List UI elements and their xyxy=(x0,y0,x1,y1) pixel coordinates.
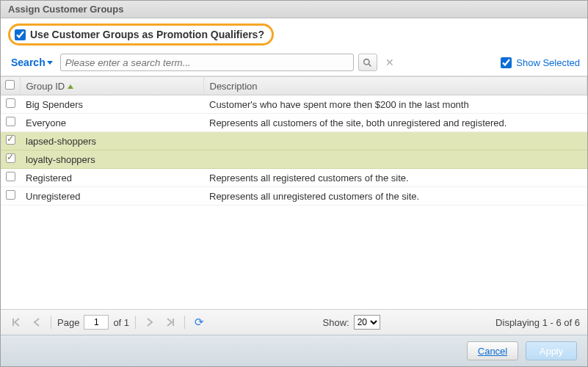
dialog-footer: Cancel Apply xyxy=(1,335,587,366)
customer-groups-table: Group ID Description Big SpendersCustome… xyxy=(1,77,587,206)
pager-prev-button[interactable] xyxy=(29,314,45,330)
column-header-group-id[interactable]: Group ID xyxy=(20,77,203,95)
checkbox-icon xyxy=(6,135,15,145)
search-icon xyxy=(363,58,372,68)
use-qualifiers-checkbox[interactable] xyxy=(15,29,26,40)
search-button-label: Search xyxy=(11,57,46,68)
row-description xyxy=(203,150,587,169)
search-go-button[interactable] xyxy=(358,54,377,71)
show-selected-label: Show Selected xyxy=(516,57,580,68)
pager-page-label: Page xyxy=(57,317,79,328)
row-group-id: Registered xyxy=(20,169,203,187)
checkbox-icon xyxy=(5,80,15,90)
row-description: Represents all customers of the site, bo… xyxy=(203,114,587,132)
search-dropdown-button[interactable]: Search xyxy=(8,55,56,70)
use-qualifiers-label: Use Customer Groups as Promotion Qualifi… xyxy=(30,29,264,40)
first-page-icon xyxy=(11,317,21,327)
pager-refresh-button[interactable]: ⟳ xyxy=(191,314,207,330)
row-group-id: lapsed-shoppers xyxy=(20,132,203,150)
row-description: Represents all unregistered customers of… xyxy=(203,187,587,206)
row-description: Customer's who have spent more then $200… xyxy=(203,95,587,114)
pager-of-label: of 1 xyxy=(113,317,129,328)
pager-page-input[interactable] xyxy=(84,315,109,330)
row-checkbox-cell[interactable] xyxy=(1,187,20,206)
pager-last-button[interactable] xyxy=(162,314,178,330)
table-header-row: Group ID Description xyxy=(1,77,587,95)
pager-page-size-select[interactable]: 20 xyxy=(354,315,380,330)
show-selected-checkbox[interactable] xyxy=(501,57,512,68)
cancel-button[interactable]: Cancel xyxy=(467,341,518,360)
refresh-icon: ⟳ xyxy=(195,316,204,329)
row-checkbox-cell[interactable] xyxy=(1,114,20,132)
table-row[interactable]: Big SpendersCustomer's who have spent mo… xyxy=(1,95,587,114)
checkbox-icon xyxy=(6,190,15,200)
pager-first-button[interactable] xyxy=(8,314,24,330)
table-container: Group ID Description Big SpendersCustome… xyxy=(1,76,587,309)
row-checkbox-cell[interactable] xyxy=(1,132,20,150)
pager-next-button[interactable] xyxy=(142,314,158,330)
pagination-toolbar: Page of 1 ⟳ Show: 20 Displaying 1 - 6 of… xyxy=(1,309,587,335)
search-input[interactable] xyxy=(60,54,354,71)
row-group-id: loyalty-shoppers xyxy=(20,150,203,169)
dialog-title: Assign Customer Groups xyxy=(1,1,587,18)
row-checkbox-cell[interactable] xyxy=(1,169,20,187)
checkbox-icon xyxy=(6,153,15,163)
row-description: Represents all registered customers of t… xyxy=(203,169,587,187)
qualifier-highlight: Use Customer Groups as Promotion Qualifi… xyxy=(8,23,274,46)
column-header-description[interactable]: Description xyxy=(203,77,587,95)
pager-show-label: Show: xyxy=(323,317,349,328)
row-checkbox-cell[interactable] xyxy=(1,150,20,169)
search-clear-button[interactable]: ✕ xyxy=(382,54,398,70)
prev-page-icon xyxy=(32,318,41,327)
table-row[interactable]: loyalty-shoppers xyxy=(1,150,587,169)
next-page-icon xyxy=(145,318,154,327)
assign-customer-groups-dialog: Assign Customer Groups Use Customer Grou… xyxy=(0,0,588,367)
row-group-id: Everyone xyxy=(20,114,203,132)
last-page-icon xyxy=(165,317,175,327)
apply-button[interactable]: Apply xyxy=(526,341,577,360)
table-row[interactable]: lapsed-shoppers xyxy=(1,132,587,150)
table-row[interactable]: RegisteredRepresents all registered cust… xyxy=(1,169,587,187)
row-description xyxy=(203,132,587,150)
row-checkbox-cell[interactable] xyxy=(1,95,20,114)
close-icon: ✕ xyxy=(385,57,394,68)
svg-line-1 xyxy=(369,64,371,66)
table-row[interactable]: EveryoneRepresents all customers of the … xyxy=(1,114,587,132)
pager-displaying-label: Displaying 1 - 6 of 6 xyxy=(496,317,580,328)
caret-down-icon xyxy=(47,61,53,65)
row-group-id: Big Spenders xyxy=(20,95,203,114)
checkbox-icon xyxy=(6,117,15,126)
table-row[interactable]: UnregisteredRepresents all unregistered … xyxy=(1,187,587,206)
show-selected-toggle[interactable]: Show Selected xyxy=(501,57,580,68)
checkbox-icon xyxy=(6,98,15,108)
row-group-id: Unregistered xyxy=(20,187,203,206)
checkbox-icon xyxy=(6,172,15,181)
sort-asc-icon xyxy=(68,84,73,89)
select-all-header[interactable] xyxy=(1,77,20,95)
qualifier-row: Use Customer Groups as Promotion Qualifi… xyxy=(1,18,587,51)
search-toolbar: Search ✕ Show Selected xyxy=(1,51,587,76)
svg-point-0 xyxy=(364,59,369,64)
